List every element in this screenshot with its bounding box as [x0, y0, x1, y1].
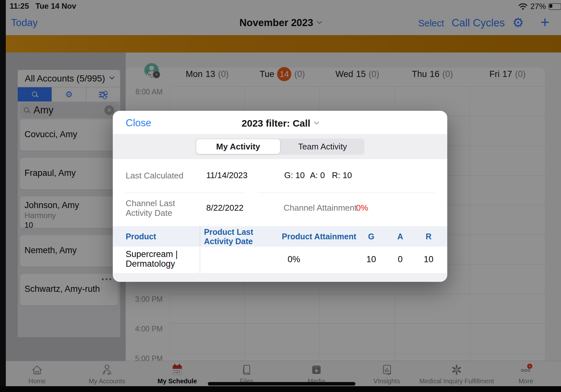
divider	[126, 193, 246, 193]
col-r[interactable]: R	[419, 232, 438, 241]
chevron-down-icon	[314, 119, 319, 124]
modal-title-dropdown[interactable]: 2023 filter: Call	[242, 118, 318, 129]
close-button[interactable]: Close	[126, 117, 151, 129]
cell-a: 0	[391, 254, 410, 264]
cell-attainment: 0%	[278, 254, 310, 264]
app-screen: 11:25 Tue 14 Nov 27% Today November 2023…	[0, 0, 561, 392]
col-a[interactable]: A	[391, 232, 410, 241]
cell-r: 10	[419, 254, 438, 264]
modal-footer	[113, 273, 447, 282]
gar-r-value: R: 10	[332, 170, 352, 180]
column-divider	[200, 226, 200, 273]
activity-segmented-control: My Activity Team Activity	[196, 139, 364, 155]
last-calculated-value: 11/14/2023	[206, 170, 247, 180]
channel-attainment-label: Channel Attainment	[284, 203, 357, 213]
col-product-last-activity[interactable]: Product Last Activity Date	[204, 227, 259, 246]
channel-attainment-value: 0%	[356, 203, 368, 213]
tab-my-activity[interactable]: My Activity	[196, 139, 280, 154]
divider	[258, 193, 434, 193]
col-product[interactable]: Product	[126, 232, 156, 241]
modal-title: 2023 filter: Call	[242, 118, 310, 129]
activity-filter-modal: Close 2023 filter: Call My Activity Team…	[113, 111, 447, 282]
gar-a-value: A: 0	[310, 170, 325, 180]
channel-last-activity-label: Channel Last Activity Date	[126, 198, 198, 218]
tab-team-activity[interactable]: Team Activity	[281, 139, 364, 155]
cell-product: Supercream | Dermatology	[126, 249, 185, 269]
last-calculated-label: Last Calculated	[126, 171, 183, 181]
channel-last-activity-value: 8/22/2022	[206, 203, 244, 213]
col-product-attainment[interactable]: Product Attainment	[271, 232, 367, 241]
gar-g-value: G: 10	[284, 170, 305, 180]
cell-g: 10	[362, 254, 381, 264]
col-g[interactable]: G	[362, 232, 381, 241]
